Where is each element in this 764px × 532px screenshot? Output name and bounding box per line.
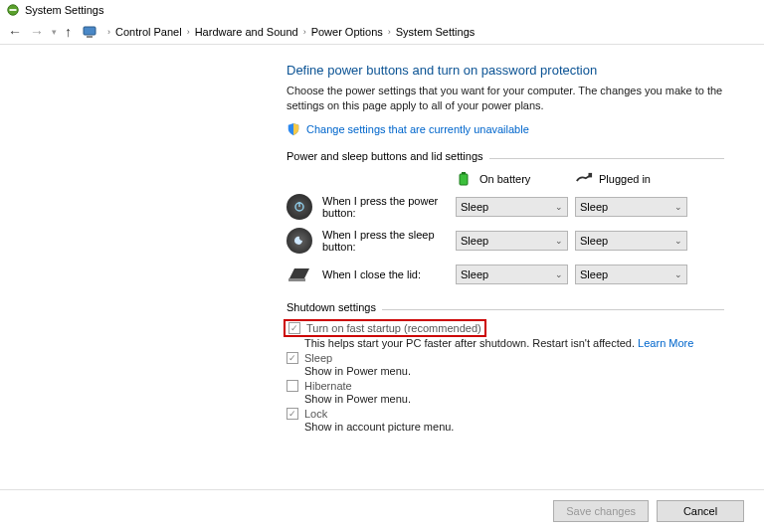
- save-changes-button: Save changes: [553, 500, 649, 522]
- sleep-button-label: When I press the sleep button:: [322, 229, 456, 253]
- fast-startup-description: This helps start your PC faster after sh…: [304, 337, 724, 349]
- fast-startup-checkbox[interactable]: [288, 322, 300, 334]
- chevron-down-icon: ⌄: [555, 202, 563, 212]
- power-button-battery-select[interactable]: Sleep⌄: [456, 197, 568, 217]
- svg-rect-5: [462, 172, 466, 174]
- sleep-button-plugged-select[interactable]: Sleep⌄: [575, 231, 687, 251]
- power-button-label: When I press the power button:: [322, 195, 456, 219]
- chevron-down-icon: ⌄: [674, 202, 682, 212]
- plug-icon: [575, 172, 593, 186]
- chevron-right-icon: ›: [303, 27, 306, 37]
- svg-rect-3: [87, 36, 93, 38]
- fast-startup-highlight: Turn on fast startup (recommended): [284, 319, 486, 337]
- lock-checkbox[interactable]: [286, 408, 298, 420]
- change-settings-link[interactable]: Change settings that are currently unava…: [306, 123, 529, 135]
- plugged-in-label: Plugged in: [599, 173, 651, 185]
- power-button-icon: [286, 194, 312, 220]
- pc-icon: [82, 24, 97, 40]
- svg-rect-6: [588, 173, 592, 177]
- breadcrumb-hardware-sound[interactable]: Hardware and Sound: [195, 26, 298, 38]
- hibernate-option-label: Hibernate: [304, 380, 352, 392]
- on-battery-label: On battery: [479, 173, 530, 185]
- svg-rect-4: [460, 174, 468, 185]
- fast-startup-label: Turn on fast startup (recommended): [306, 322, 481, 334]
- chevron-down-icon: ⌄: [674, 236, 682, 246]
- power-buttons-section-title: Power and sleep buttons and lid settings: [286, 150, 489, 162]
- chevron-down-icon: ⌄: [555, 269, 563, 279]
- nav-up-icon[interactable]: ↑: [65, 24, 72, 40]
- hibernate-option-description: Show in Power menu.: [304, 393, 724, 405]
- chevron-down-icon: ⌄: [555, 236, 563, 246]
- sleep-checkbox[interactable]: [286, 352, 298, 364]
- chevron-down-icon: ⌄: [674, 269, 682, 279]
- breadcrumb-system-settings[interactable]: System Settings: [396, 26, 475, 38]
- breadcrumb-power-options[interactable]: Power Options: [311, 26, 383, 38]
- window-title: System Settings: [25, 4, 103, 16]
- svg-rect-1: [10, 9, 17, 11]
- svg-rect-9: [288, 278, 305, 281]
- shield-icon: [286, 122, 300, 136]
- chevron-right-icon: ›: [107, 27, 110, 37]
- lid-icon: [286, 262, 312, 287]
- sleep-option-description: Show in Power menu.: [304, 365, 724, 377]
- nav-forward-icon: →: [30, 24, 44, 40]
- page-heading: Define power buttons and turn on passwor…: [286, 63, 724, 78]
- lock-option-description: Show in account picture menu.: [304, 421, 724, 433]
- cancel-button[interactable]: Cancel: [657, 500, 744, 522]
- hibernate-checkbox[interactable]: [286, 380, 298, 392]
- sleep-button-icon: [286, 228, 312, 254]
- page-description: Choose the power settings that you want …: [286, 84, 724, 114]
- lock-option-label: Lock: [304, 408, 327, 420]
- shutdown-section-title: Shutdown settings: [286, 301, 382, 313]
- power-button-plugged-select[interactable]: Sleep⌄: [575, 197, 687, 217]
- breadcrumb-control-panel[interactable]: Control Panel: [115, 26, 182, 38]
- chevron-right-icon: ›: [187, 27, 190, 37]
- battery-icon: [456, 172, 474, 186]
- learn-more-link[interactable]: Learn More: [638, 337, 693, 349]
- sleep-button-battery-select[interactable]: Sleep⌄: [456, 231, 568, 251]
- lid-battery-select[interactable]: Sleep⌄: [456, 265, 568, 284]
- lid-label: When I close the lid:: [322, 268, 456, 280]
- nav-back-icon[interactable]: ←: [8, 24, 22, 40]
- chevron-right-icon: ›: [388, 27, 391, 37]
- breadcrumb: › Control Panel › Hardware and Sound › P…: [107, 26, 475, 38]
- svg-rect-2: [84, 27, 96, 35]
- app-icon: [6, 3, 20, 17]
- sleep-option-label: Sleep: [304, 352, 332, 364]
- nav-recent-icon[interactable]: ▾: [52, 27, 57, 37]
- lid-plugged-select[interactable]: Sleep⌄: [575, 265, 687, 284]
